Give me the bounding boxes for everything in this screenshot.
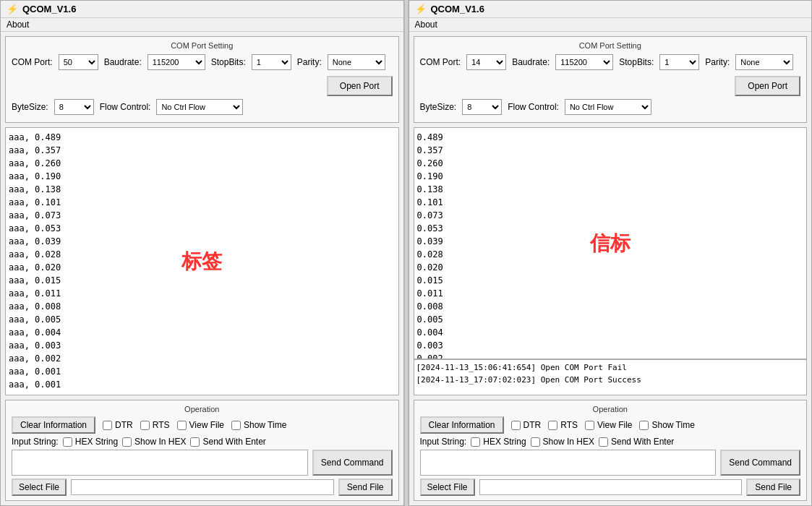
list-item: 0.489 bbox=[417, 131, 804, 144]
send-with-enter-checkbox-1[interactable] bbox=[190, 437, 200, 447]
select-file-btn-2[interactable]: Select File bbox=[420, 479, 475, 496]
flow-control-select-1[interactable]: No Ctrl Flow bbox=[156, 99, 243, 115]
about-menu-1[interactable]: About bbox=[7, 20, 29, 30]
clear-info-btn-2[interactable]: Clear Information bbox=[420, 416, 504, 434]
list-item: 0.053 bbox=[417, 222, 804, 235]
list-item: 0.015 bbox=[417, 274, 804, 287]
send-command-btn-2[interactable]: Send Command bbox=[720, 450, 800, 476]
hex-string-group-1: HEX String bbox=[63, 437, 118, 447]
hex-string-checkbox-2[interactable] bbox=[471, 437, 480, 447]
flow-control-select-2[interactable]: No Ctrl Flow bbox=[565, 99, 651, 115]
operation-section-2: Operation Clear Information DTR RTS View… bbox=[414, 400, 808, 501]
parity-label-1: Parity: bbox=[297, 57, 322, 67]
send-command-btn-1[interactable]: Send Command bbox=[312, 450, 393, 476]
string-input-2[interactable] bbox=[420, 450, 717, 476]
send-file-btn-1[interactable]: Send File bbox=[338, 479, 393, 496]
dtr-checkbox-2[interactable] bbox=[511, 421, 521, 430]
flow-control-label-1: Flow Control: bbox=[100, 102, 151, 112]
hex-string-checkbox-1[interactable] bbox=[63, 437, 72, 447]
list-item: aaa, 0.003 bbox=[9, 339, 396, 352]
show-time-label-1: Show Time bbox=[244, 420, 286, 430]
list-item: 0.190 bbox=[417, 170, 804, 183]
send-with-enter-checkbox-2[interactable] bbox=[599, 437, 608, 447]
list-item: 0.004 bbox=[417, 326, 804, 339]
bytesize-label-1: ByteSize: bbox=[12, 102, 48, 112]
input-string-label-1: Input String: bbox=[12, 437, 59, 447]
rts-checkbox-1[interactable] bbox=[140, 421, 150, 430]
list-item: 0.020 bbox=[417, 261, 804, 274]
list-item: aaa, 0.011 bbox=[9, 287, 396, 300]
com-port-label-2: COM Port: bbox=[420, 57, 461, 67]
rts-checkbox-2[interactable] bbox=[548, 421, 557, 430]
open-port-btn-2[interactable]: Open Port bbox=[735, 76, 800, 96]
file-path-input-2[interactable] bbox=[479, 479, 743, 495]
view-file-checkbox-1[interactable] bbox=[177, 421, 187, 430]
rts-checkbox-group-2: RTS bbox=[548, 420, 578, 430]
flow-control-label-2: Flow Control: bbox=[508, 102, 559, 112]
open-port-btn-1[interactable]: Open Port bbox=[327, 76, 393, 96]
list-item: aaa, 0.039 bbox=[9, 235, 396, 248]
string-input-1[interactable] bbox=[12, 450, 308, 476]
parity-select-1[interactable]: None bbox=[328, 54, 385, 70]
list-item: aaa, 0.138 bbox=[9, 183, 396, 196]
list-item: aaa, 0.001 bbox=[9, 378, 396, 391]
dtr-checkbox-group-1: DTR bbox=[103, 420, 133, 430]
operation-title-1: Operation bbox=[12, 405, 393, 413]
list-item: 0.003 bbox=[417, 339, 804, 352]
send-file-btn-2[interactable]: Send File bbox=[746, 479, 800, 496]
bytesize-select-2[interactable]: 8 bbox=[462, 99, 502, 115]
show-time-checkbox-1[interactable] bbox=[231, 421, 241, 430]
list-item: 0.101 bbox=[417, 196, 804, 209]
logo-icon-2: ⚡ bbox=[415, 4, 427, 14]
bytesize-label-2: ByteSize: bbox=[420, 102, 457, 112]
hex-string-label-1: HEX String bbox=[75, 437, 118, 447]
menu-bar-1: About bbox=[1, 18, 403, 32]
list-item: 0.028 bbox=[417, 248, 804, 261]
com-port-section-2: COM Port Setting COM Port: 14 Baudrate: … bbox=[414, 36, 808, 123]
show-in-hex-checkbox-2[interactable] bbox=[531, 437, 540, 447]
show-in-hex-checkbox-1[interactable] bbox=[122, 437, 132, 447]
bytesize-select-1[interactable]: 8 bbox=[54, 99, 94, 115]
window-1: ⚡ QCOM_V1.6 About COM Port Setting COM P… bbox=[0, 0, 404, 506]
list-item: aaa, 0.260 bbox=[9, 157, 396, 170]
com-port-select-2[interactable]: 14 bbox=[466, 54, 506, 70]
file-path-input-1[interactable] bbox=[71, 479, 334, 495]
view-file-checkbox-2[interactable] bbox=[585, 421, 594, 430]
baudrate-select-2[interactable]: 115200 bbox=[555, 54, 613, 70]
window-title-2: QCOM_V1.6 bbox=[431, 4, 484, 14]
stopbits-select-2[interactable]: 1 bbox=[659, 54, 699, 70]
list-item: 0.039 bbox=[417, 235, 804, 248]
list-item: 0.002 bbox=[417, 352, 804, 359]
baudrate-label-2: Baudrate: bbox=[512, 57, 550, 67]
hex-string-group-2: HEX String bbox=[471, 437, 526, 447]
send-with-enter-label-2: Send With Enter bbox=[611, 437, 674, 447]
list-item: aaa, 0.015 bbox=[9, 274, 396, 287]
rts-label-1: RTS bbox=[153, 420, 170, 430]
rts-label-2: RTS bbox=[560, 420, 578, 430]
log-area-2: [2024-11-13_15:06:41:654] Open COM Port … bbox=[414, 359, 808, 395]
select-file-btn-1[interactable]: Select File bbox=[12, 479, 67, 496]
list-item: aaa, 0.020 bbox=[9, 261, 396, 274]
list-item: 0.138 bbox=[417, 183, 804, 196]
baudrate-select-1[interactable]: 115200 bbox=[148, 54, 205, 70]
show-time-checkbox-group-1: Show Time bbox=[231, 420, 286, 430]
dtr-checkbox-group-2: DTR bbox=[511, 420, 542, 430]
list-item: aaa, 0.073 bbox=[9, 209, 396, 222]
title-bar-1: ⚡ QCOM_V1.6 bbox=[1, 1, 403, 18]
about-menu-2[interactable]: About bbox=[415, 20, 437, 30]
list-item: aaa, 0.005 bbox=[9, 313, 396, 326]
list-item: 0.260 bbox=[417, 157, 804, 170]
stopbits-select-1[interactable]: 1 bbox=[252, 54, 291, 70]
view-file-checkbox-group-2: View File bbox=[585, 420, 632, 430]
list-item: aaa, 0.190 bbox=[9, 170, 396, 183]
dtr-checkbox-1[interactable] bbox=[103, 421, 112, 430]
list-item: 0.008 bbox=[417, 300, 804, 313]
show-time-checkbox-2[interactable] bbox=[639, 421, 649, 430]
list-item: aaa, 0.357 bbox=[9, 144, 396, 157]
com-port-select-1[interactable]: 50 bbox=[59, 54, 98, 70]
clear-info-btn-1[interactable]: Clear Information bbox=[12, 416, 95, 434]
view-file-checkbox-group-1: View File bbox=[177, 420, 224, 430]
parity-label-2: Parity: bbox=[705, 57, 730, 67]
show-time-checkbox-group-2: Show Time bbox=[639, 420, 694, 430]
parity-select-2[interactable]: None bbox=[735, 54, 793, 70]
